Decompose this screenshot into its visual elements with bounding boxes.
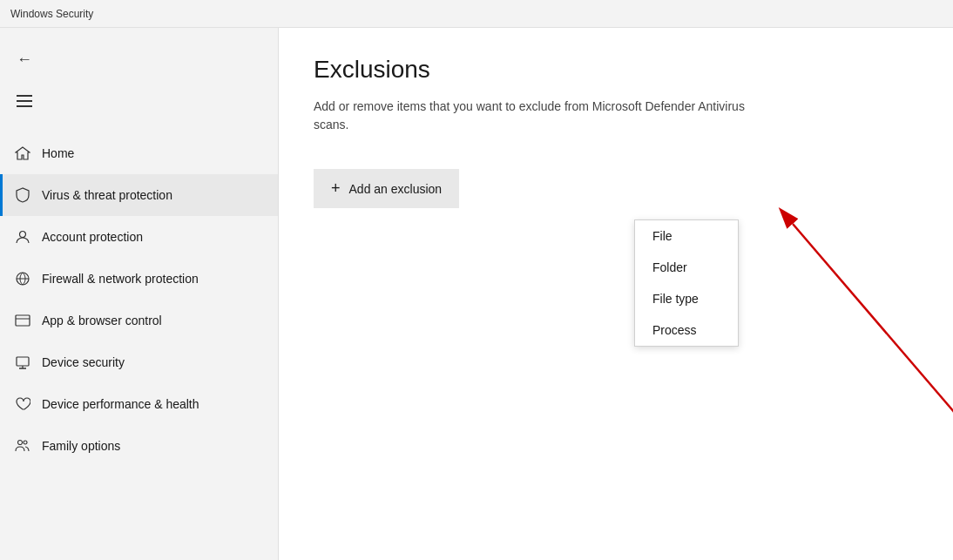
sidebar-item-virus-threat[interactable]: Virus & threat protection bbox=[0, 174, 278, 216]
home-icon bbox=[14, 145, 31, 162]
sidebar-label-home: Home bbox=[42, 146, 74, 160]
dropdown-folder-label: Folder bbox=[652, 260, 687, 274]
dropdown-item-process[interactable]: Process bbox=[635, 314, 738, 346]
sidebar-label-family: Family options bbox=[42, 439, 120, 453]
back-icon: ← bbox=[17, 51, 32, 69]
device-security-icon bbox=[14, 354, 31, 371]
sidebar-label-virus-threat: Virus & threat protection bbox=[42, 188, 172, 202]
sidebar-item-account[interactable]: Account protection bbox=[0, 216, 278, 258]
title-bar: Windows Security bbox=[0, 0, 953, 28]
dropdown-item-folder[interactable]: Folder bbox=[635, 252, 738, 283]
svg-point-8 bbox=[24, 441, 27, 444]
plus-icon: + bbox=[331, 179, 341, 198]
sidebar-item-device-health[interactable]: Device performance & health bbox=[0, 383, 278, 425]
svg-point-7 bbox=[18, 441, 23, 445]
sidebar: ← Home bbox=[0, 28, 279, 560]
page-title: Exclusions bbox=[314, 56, 918, 84]
shield-icon bbox=[14, 186, 31, 204]
firewall-icon bbox=[14, 270, 31, 287]
hamburger-line-1 bbox=[17, 95, 32, 97]
family-icon bbox=[14, 437, 31, 455]
app-browser-icon bbox=[14, 312, 31, 329]
account-icon bbox=[14, 228, 31, 246]
hamburger-line-2 bbox=[17, 100, 32, 102]
main-content: Exclusions Add or remove items that you … bbox=[279, 28, 953, 560]
exclusion-dropdown: File Folder File type Process bbox=[634, 219, 739, 347]
dropdown-process-label: Process bbox=[652, 323, 697, 337]
hamburger-line-3 bbox=[17, 105, 32, 107]
sidebar-item-firewall[interactable]: Firewall & network protection bbox=[0, 258, 278, 300]
app-title: Windows Security bbox=[10, 8, 93, 20]
sidebar-label-app-browser: App & browser control bbox=[42, 314, 162, 327]
nav-items: Home Virus & threat protection bbox=[0, 132, 278, 467]
hamburger-icon bbox=[17, 95, 32, 107]
sidebar-item-family[interactable]: Family options bbox=[0, 425, 278, 467]
svg-rect-2 bbox=[16, 315, 30, 326]
svg-point-0 bbox=[20, 232, 26, 238]
back-button[interactable]: ← bbox=[7, 42, 42, 77]
sidebar-item-home[interactable]: Home bbox=[0, 132, 278, 174]
sidebar-label-account: Account protection bbox=[42, 230, 143, 244]
sidebar-item-device-security[interactable]: Device security bbox=[0, 341, 278, 383]
sidebar-label-device-health: Device performance & health bbox=[42, 397, 199, 411]
page-description: Add or remove items that you want to exc… bbox=[314, 98, 767, 134]
dropdown-filetype-label: File type bbox=[652, 292, 699, 306]
sidebar-label-firewall: Firewall & network protection bbox=[42, 272, 199, 286]
sidebar-top: ← bbox=[0, 35, 278, 125]
dropdown-file-label: File bbox=[652, 229, 673, 243]
sidebar-item-app-browser[interactable]: App & browser control bbox=[0, 300, 278, 341]
hamburger-button[interactable] bbox=[7, 84, 42, 118]
add-exclusion-label: Add an exclusion bbox=[349, 182, 443, 196]
dropdown-item-filetype[interactable]: File type bbox=[635, 283, 738, 314]
svg-line-10 bbox=[793, 224, 953, 437]
add-exclusion-button[interactable]: + Add an exclusion bbox=[314, 169, 459, 208]
sidebar-label-device-security: Device security bbox=[42, 355, 125, 369]
dropdown-item-file[interactable]: File bbox=[635, 220, 738, 252]
health-icon bbox=[14, 395, 31, 413]
svg-rect-4 bbox=[17, 357, 29, 366]
app-body: ← Home bbox=[0, 28, 953, 560]
